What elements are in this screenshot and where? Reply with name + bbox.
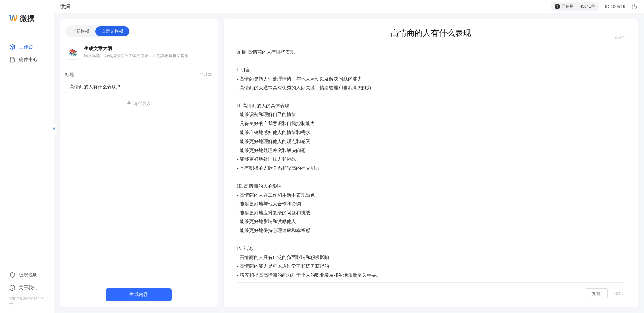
usage-indicator: T 已使用： 45641字 xyxy=(551,2,599,11)
template-title: 生成文章大纲 xyxy=(84,46,189,52)
shield-icon xyxy=(9,272,15,278)
sidebar-item-label: 版权说明 xyxy=(19,272,38,278)
output-word-count: 404字 xyxy=(614,291,625,297)
logo-text: 微撰 xyxy=(20,14,35,24)
title-char-count: 11/100 xyxy=(200,72,212,77)
topbar: 微撰 T 已使用： 45641字 ID:100519 xyxy=(54,0,644,13)
sidebar: W 微撰 工作台 稿件中心 版权说明 xyxy=(0,0,54,313)
power-icon[interactable] xyxy=(631,4,637,10)
document-icon xyxy=(9,57,15,63)
title-input[interactable] xyxy=(65,81,212,93)
generate-button[interactable]: 生成内容 xyxy=(106,288,172,301)
books-icon: 📚 xyxy=(66,46,80,60)
icp-footer: 鄂ICP备2022016946号 xyxy=(0,294,54,306)
user-id: ID:100519 xyxy=(605,4,625,9)
voice-input-button[interactable]: 请空录入 xyxy=(65,101,212,107)
sidebar-item-label: 关于我们 xyxy=(19,285,38,291)
info-icon xyxy=(9,285,15,291)
usage-badge: T xyxy=(555,4,560,9)
sidebar-item-drafts[interactable]: 稿件中心 xyxy=(0,53,54,66)
logo: W 微撰 xyxy=(0,4,54,41)
sidebar-bottom: 版权说明 关于我们 鄂ICP备2022016946号 xyxy=(0,269,54,309)
usage-label: 已使用： xyxy=(562,4,578,9)
sidebar-item-copyright[interactable]: 版权说明 xyxy=(0,269,54,281)
output-title: 高情商的人有什么表现 xyxy=(237,28,625,38)
page-title: 微撰 xyxy=(60,4,70,10)
sidebar-item-workbench[interactable]: 工作台 xyxy=(0,41,54,53)
tab-custom-template[interactable]: 自定义模板 xyxy=(95,26,129,36)
usage-value: 45641字 xyxy=(580,4,595,9)
input-panel: 全部模板 自定义模板 📚 生成文章大纲 输入标题，为你提供文章主体的灵感，并为其… xyxy=(60,19,218,307)
output-title-counter: 10/100 xyxy=(613,36,625,40)
sidebar-item-label: 稿件中心 xyxy=(19,57,38,63)
cube-icon xyxy=(9,44,15,50)
microphone-icon xyxy=(127,101,131,106)
sidebar-collapse-handle[interactable] xyxy=(51,124,57,134)
template-tabs: 全部模板 自定义模板 xyxy=(65,25,130,37)
output-panel: 高情商的人有什么表现 10/100 题目:高情商的人有哪些表现 I. 引言 - … xyxy=(224,19,638,307)
title-field-label: 标题 xyxy=(65,72,74,78)
template-desc: 输入标题，为你提供文章主体的灵感，并为其创建推文提纲 xyxy=(84,53,189,59)
sidebar-item-label: 工作台 xyxy=(19,44,33,50)
tab-all-templates[interactable]: 全部模板 xyxy=(66,26,95,36)
sidebar-nav: 工作台 稿件中心 xyxy=(0,41,54,269)
sidebar-item-about[interactable]: 关于我们 xyxy=(0,281,54,294)
voice-input-label: 请空录入 xyxy=(133,101,151,107)
copy-button[interactable]: 复制 xyxy=(585,288,608,299)
logo-icon: W xyxy=(9,13,17,24)
output-body: 题目:高情商的人有哪些表现 I. 引言 - 高情商是指人们处理情绪、与他人互动以… xyxy=(237,48,625,278)
chevron-left-icon xyxy=(52,127,56,131)
template-card: 📚 生成文章大纲 输入标题，为你提供文章主体的灵感，并为其创建推文提纲 xyxy=(65,44,212,66)
